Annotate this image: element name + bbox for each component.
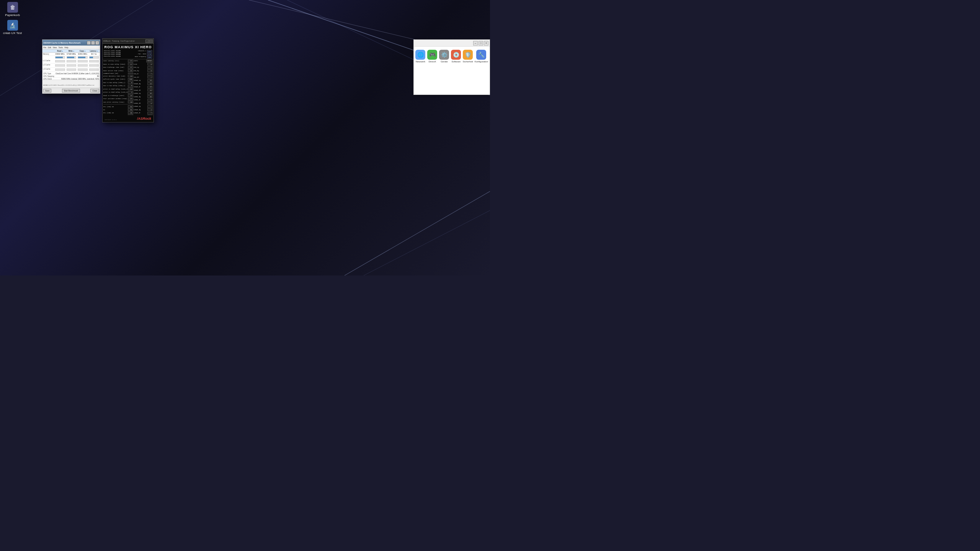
asrock-minimize-btn[interactable]: – bbox=[145, 39, 149, 43]
asrock-twrrd-dd-label: tWRRD_dd bbox=[134, 103, 147, 104]
asrock-trcd-value: 17 bbox=[128, 63, 133, 65]
asrock-trrd-l-label: RAS to RAS Delay (tRRD_L) bbox=[103, 82, 128, 83]
asrock-twr-value: 14 bbox=[128, 75, 133, 77]
aida-close-btn-bottom[interactable]: Close bbox=[90, 89, 99, 93]
aida-menu-file[interactable]: File bbox=[43, 46, 46, 49]
asrock-trefi-row: tREFI 65535 bbox=[134, 59, 153, 62]
asrock-close-btn[interactable]: × bbox=[149, 39, 153, 43]
asrock-trd-dg-label: tRD_dg bbox=[134, 70, 147, 72]
asrock-trtp-value: 12 bbox=[128, 94, 133, 97]
settings-icon-netzwerk[interactable]: 🌐 Netzwerk bbox=[415, 50, 426, 91]
asrock-right-header: Channels # Dual FSB : DRAM 1:33 DRAM Fre… bbox=[135, 50, 152, 59]
aida-l3-read-bar bbox=[55, 68, 65, 71]
asrock-trcd-row: RAS# to CAS# Delay (tRCD) 17 bbox=[103, 63, 133, 66]
asrock-logo: /ASRock bbox=[136, 116, 152, 121]
asrock-chanA-dim1-val: 8192MB bbox=[116, 50, 121, 52]
asrock-twrwr-dr-value: 7 bbox=[147, 112, 153, 114]
aida-titlebar-buttons: – □ × bbox=[87, 41, 99, 45]
desktop-icon-papierkorb[interactable]: 🗑 Papierkorb bbox=[2, 2, 23, 17]
aida-l3-row: L3 Cache bbox=[42, 68, 100, 72]
aida-content: Read ● Write ● Copy ● Latency ● Memory bbox=[42, 49, 100, 88]
asrock-twrrd-dr-value: 9 bbox=[147, 99, 153, 101]
settings-icon-directx[interactable]: 🎮 DirectX bbox=[427, 50, 438, 91]
aida-save-btn[interactable]: Save bbox=[43, 89, 51, 93]
aida-col-latency: Latency ● bbox=[88, 50, 100, 52]
cnlab-icon: 🔬 bbox=[7, 20, 18, 31]
aida-menu-tools[interactable]: Tools bbox=[58, 46, 63, 49]
asrock-tcke-value: 6 bbox=[147, 63, 153, 65]
software-icon: 💿 bbox=[451, 50, 461, 60]
aida-write-label: Write bbox=[69, 50, 73, 52]
asrock-tfaw-row: Four Activate Window (tFAW) 47 bbox=[103, 97, 133, 100]
asrock-twrwr-dg-label: tWRWR_dg bbox=[134, 109, 147, 111]
settings-maximize-btn[interactable]: □ bbox=[479, 41, 483, 46]
settings-icon-software[interactable]: 💿 Software bbox=[451, 50, 461, 91]
sicherheit-icon: 🛡️ bbox=[463, 50, 473, 60]
asrock-twrwr-dr-label: tWRWR_dr bbox=[134, 112, 147, 114]
aida-progress-bars bbox=[42, 56, 100, 59]
aida-memory-latency: 36.7 ns bbox=[88, 53, 100, 55]
aida-minimize-btn[interactable]: – bbox=[87, 41, 91, 45]
asrock-twrwr-sg-row: tWRWR_sg 7 bbox=[134, 105, 153, 108]
aida-l2-copy-bar bbox=[78, 64, 88, 67]
aida-title: AIDA64 Cache & Memory Benchmark bbox=[43, 42, 80, 44]
asrock-trd-sg-row: tRD_sg 7 bbox=[134, 66, 153, 69]
asrock-trd-dd-label: tRD_dd bbox=[134, 77, 147, 78]
settings-minimize-btn[interactable]: – bbox=[473, 41, 478, 46]
asrock-chanA-dim2-label: ChannelA-DIMM2 bbox=[104, 52, 115, 54]
asrock-tras-label: RAS# Active Time (tRAS) bbox=[103, 70, 128, 72]
asrock-rtl-cha-d0-row: RTL (CHA) D0 54 bbox=[103, 105, 133, 108]
aida-copy-indicator: ● bbox=[84, 50, 85, 52]
aida-footer-text: AIDA64 v6.25.5400 / BenchDLL 4.5.616.8-x… bbox=[43, 84, 95, 86]
settings-panel-titlebar: – □ × bbox=[414, 40, 490, 47]
asrock-twtrl-row: Write to Read Delay (tWTR_L) 12 bbox=[103, 88, 133, 91]
asrock-rtl-cha-d1-row: D1 54 bbox=[103, 108, 133, 111]
asrock-rtl-chb-d1-label: D1 bbox=[103, 115, 128, 116]
aida-menu-view[interactable]: View bbox=[53, 46, 57, 49]
asrock-version: Version 4.0.4 bbox=[104, 119, 117, 121]
svg-line-4 bbox=[364, 210, 490, 276]
asrock-trcd-label: RAS# to CAS# Delay (tRCD) bbox=[103, 64, 128, 65]
asrock-trp-label: Row Precharge Time (tRP) bbox=[103, 67, 128, 68]
aida-latency-indicator: ● bbox=[97, 50, 98, 52]
asrock-chanA-dim2: ChannelA-DIMM2 8192MB bbox=[104, 52, 121, 54]
asrock-twrwr-sg-value: 7 bbox=[147, 105, 153, 108]
aida-maximize-btn[interactable]: □ bbox=[91, 41, 95, 45]
aida-l3-label: L3 Cache bbox=[43, 68, 54, 71]
asrock-tcl-label: CAS# Latency (tCL) bbox=[103, 60, 128, 62]
aida-cpu-type-value: OctaCore Intel Core i9-9900K (Coffee Lak… bbox=[56, 73, 99, 75]
asrock-dram-freq-value: 4399 bbox=[147, 56, 152, 59]
gerate-icon: ⚙️ bbox=[439, 50, 449, 60]
aida-l3-copy-bar bbox=[78, 68, 88, 71]
asrock-rtl-chb-d0-value: 66 bbox=[128, 111, 133, 114]
asrock-tras-row: RAS# Active Time (tRAS) 37 bbox=[103, 69, 133, 72]
settings-icon-sicherheit[interactable]: 🛡️ Sicherheit bbox=[463, 50, 473, 91]
papierkorb-icon: 🗑 bbox=[7, 2, 18, 13]
asrock-trrd-s-row: RAS to RAS Delay (tRRD_S) 5 bbox=[103, 84, 133, 87]
asrock-trdwr-dg-value: 16 bbox=[147, 82, 153, 85]
aida-menu-edit[interactable]: Edit bbox=[48, 46, 51, 49]
aida-cpu-info: CPU Type OctaCore Intel Core i9-9900K (C… bbox=[42, 72, 100, 80]
asrock-twrrd-dg-label: tWRRD_dg bbox=[134, 96, 147, 98]
asrock-trrd-s-label: RAS to RAS Delay (tRRD_S) bbox=[103, 85, 128, 86]
asrock-trdwr-dg-row: tRDWR_dg 16 bbox=[134, 82, 153, 85]
aida-copy-bar bbox=[78, 56, 88, 59]
settings-icon-konfiguration[interactable]: 🔧 Konfiguration bbox=[475, 50, 488, 91]
settings-icon-gerate[interactable]: ⚙️ Geräte bbox=[439, 50, 449, 91]
asrock-trd-sg-value: 7 bbox=[147, 66, 153, 69]
asrock-rtl-cha-d1-value: 54 bbox=[128, 108, 133, 111]
aida-start-btn[interactable]: Start Benchmark bbox=[62, 89, 80, 93]
asrock-twtrs-label: Write to Read Delay (tWTR_S) bbox=[103, 91, 128, 93]
directx-label: DirectX bbox=[429, 60, 436, 63]
settings-close-btn[interactable]: × bbox=[484, 41, 488, 46]
desktop-icon-cnlab[interactable]: 🔬 cnlab UX Test bbox=[2, 20, 23, 35]
asrock-rtl-cha-d1-label: D1 bbox=[103, 109, 128, 111]
aida-cpu-stepping-row: CPU Stepping B0 bbox=[43, 75, 100, 78]
asrock-chanB-dim1-label: ChannelB-DIMM1 bbox=[104, 54, 115, 55]
sicherheit-label: Sicherheit bbox=[463, 60, 473, 63]
asrock-chanB-dim1-val: 8192MB bbox=[116, 54, 121, 55]
asrock-channel-info: ChannelA-DIMM1 8192MB ChannelA-DIMM2 819… bbox=[104, 50, 121, 59]
aida-close-btn[interactable]: × bbox=[95, 41, 99, 45]
asrock-tcwl-value: 16 bbox=[128, 101, 133, 103]
aida-menu-help[interactable]: Help bbox=[64, 46, 68, 49]
